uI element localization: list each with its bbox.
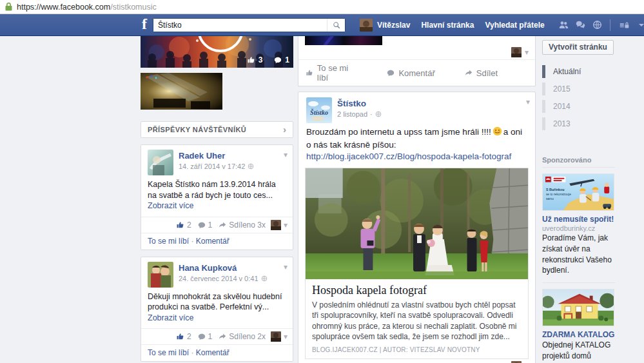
url-domain: https://www.facebook.com [17, 3, 110, 12]
timeline-item-2013[interactable]: 2013 [542, 117, 615, 130]
ad-title-link[interactable]: Už nemusíte spořit! [542, 215, 615, 224]
user-avatar-image [360, 19, 373, 32]
like-count: 2 [187, 221, 191, 230]
ad-image-loan: S Buřinkou se to rekonstruuje samo [543, 174, 614, 210]
browser-url-bar[interactable]: https://www.facebook.com/stistkomusic [0, 0, 644, 14]
post-author-link[interactable]: Štístko [306, 97, 527, 108]
comment-link[interactable]: Komentář [196, 237, 229, 246]
globe-privacy-icon [248, 163, 254, 170]
comment-link[interactable]: Komentář [196, 348, 229, 357]
ad-image[interactable] [542, 289, 614, 326]
svg-text:Štístko: Štístko [310, 108, 328, 116]
timeline-item-current[interactable]: Aktuální [542, 65, 615, 78]
chevron-down-icon [639, 24, 644, 29]
avatar[interactable] [148, 262, 173, 288]
share-count: Sdíleno 3x [229, 221, 266, 230]
navbar-user-avatar[interactable] [360, 19, 373, 32]
share-button[interactable]: Sdílet [465, 68, 498, 78]
post-menu-caret-icon[interactable]: ▾ [526, 97, 530, 106]
comment-button[interactable]: Komentář [387, 68, 434, 78]
post-menu-caret-icon[interactable]: ▾ [284, 262, 288, 271]
smiley-emoji-icon [493, 126, 502, 139]
share-menu-caret-icon[interactable]: ▾ [284, 332, 288, 341]
search-icon [333, 21, 340, 29]
page-photo-concert[interactable]: 3 1 [141, 35, 293, 68]
notifications-button[interactable] [589, 14, 606, 35]
post-timestamp[interactable]: 2 listopad· [337, 110, 527, 118]
chevron-right-icon: › [283, 126, 286, 133]
visitor-posts-header[interactable]: PŘÍSPĚVKY NÁVŠTĚVNÍKŮ › [141, 121, 293, 138]
see-more-link[interactable]: Zobrazit více [148, 313, 194, 322]
voter-avatar-image [511, 47, 522, 57]
like-link[interactable]: To se mi líbí [148, 237, 189, 246]
post-menu-caret-icon[interactable]: ▾ [284, 150, 288, 159]
photo-comment-count: 1 [285, 55, 289, 64]
account-menu-button[interactable] [633, 14, 644, 35]
right-column: Vytvořit stránku Aktuální 2015 2014 2013… [542, 35, 615, 363]
page-avatar[interactable]: Štístko [306, 97, 332, 123]
avatar[interactable] [148, 150, 173, 175]
ad-body-text: Objednej KATALOG projektů domů ZDARMA. N… [542, 340, 615, 363]
timeline-marker [542, 100, 545, 113]
like-icon [177, 221, 184, 229]
post-text: Děkuji mnohokrát za skvělou hudební prod… [141, 288, 293, 329]
post-stats-row[interactable]: 2 1 Sdíleno 3x ▾ [141, 217, 293, 233]
voter-caret-icon[interactable]: ▾ [525, 48, 529, 57]
nav-find-friends-link[interactable]: Vyhledat přátele [485, 21, 544, 30]
timeline-marker [542, 65, 545, 78]
nav-home-link[interactable]: Hlavní stránka [421, 21, 474, 30]
attachment-title[interactable]: Hospoda kapela fotograf [312, 284, 522, 297]
voter-avatar[interactable] [511, 47, 522, 57]
photo-like-count: 3 [259, 55, 263, 64]
post-timestamp[interactable]: 14. září 2014 v 17:42 [179, 162, 286, 170]
sharer-avatar[interactable] [271, 220, 281, 230]
see-more-link[interactable]: Zobrazit více [148, 201, 194, 210]
create-page-button[interactable]: Vytvořit stránku [542, 40, 614, 55]
search-box[interactable] [153, 18, 346, 32]
page-video-thumbnail[interactable] [141, 73, 222, 110]
like-link[interactable]: To se mi líbí [148, 348, 189, 357]
ad-uverodburinky[interactable]: S Buřinkou se to rekonstruuje samo Už ne… [542, 173, 615, 276]
comment-count: 1 [208, 332, 213, 341]
previous-post-card: ▾ To se mi líbí Komentář Sdílet [298, 35, 536, 86]
search-button[interactable] [327, 19, 345, 32]
post-text: Brouzdám po internetu a upss tam jsme hr… [298, 123, 535, 168]
friend-requests-button[interactable] [556, 14, 572, 35]
post-link[interactable]: http://blog.ijacek007.cz/Blog/hospoda-ka… [306, 152, 511, 161]
like-icon [306, 69, 313, 77]
post-action-links: To se mi líbí · Komentář [141, 233, 293, 250]
share-menu-caret-icon[interactable]: ▾ [284, 221, 288, 230]
timeline-item-2014[interactable]: 2014 [542, 100, 615, 113]
link-attachment[interactable]: Hospoda kapela fotograf V posledním ohlé… [305, 168, 529, 359]
attachment-photo[interactable] [306, 168, 528, 279]
previous-post-image[interactable] [305, 35, 382, 45]
post-header: Hana Kupková 24. červenec 2014 v 0:41 ▾ [141, 257, 293, 286]
previous-post-image-strip [305, 35, 382, 45]
post-timestamp[interactable]: 24. červenec 2014 v 0:41 [179, 275, 286, 282]
friends-icon [559, 20, 569, 30]
sharer-avatar[interactable] [271, 331, 281, 342]
nav-profile-link[interactable]: Vítězslav [377, 21, 410, 30]
messages-button[interactable] [572, 14, 589, 35]
share-icon [219, 333, 226, 340]
timeline-item-2015[interactable]: 2015 [542, 83, 615, 95]
ad-caption-line3: samo [546, 197, 554, 201]
post-voter-row: ▾ [298, 359, 535, 363]
ad-image[interactable]: S Buřinkou se to rekonstruuje samo [542, 173, 614, 211]
post-text: Kapela Štístko nám 13.9.2014 hrála na sv… [141, 175, 293, 217]
ad-katalog-domu[interactable]: ZDARMA KATALOG PROJ... Objednej KATALOG … [542, 289, 615, 363]
like-button[interactable]: To se mi líbí [306, 63, 357, 83]
post-stats-row[interactable]: 2 1 Sdíleno 2x ▾ [141, 328, 293, 344]
sharer-avatar-image [271, 331, 281, 342]
privacy-shortcuts-button[interactable] [616, 14, 633, 35]
ad-title-link[interactable]: ZDARMA KATALOG PROJ... [542, 330, 615, 339]
avatar-image [148, 262, 173, 288]
search-input[interactable] [153, 19, 327, 32]
globe-notifications-icon [592, 20, 602, 30]
left-column: 3 1 PŘÍSPĚVKY NÁVŠTĚVNÍKŮ › Radek Uher 1… [141, 35, 293, 363]
facebook-logo[interactable]: f [142, 15, 147, 33]
attachment-source: BLOG.IJACEK007.CZ | AUTOR: VITEZSLAV NOV… [312, 346, 522, 353]
privacy-shortcuts-icon [620, 20, 629, 30]
post-voter-row: ▾ [298, 45, 535, 59]
globe-privacy-icon [261, 275, 268, 282]
